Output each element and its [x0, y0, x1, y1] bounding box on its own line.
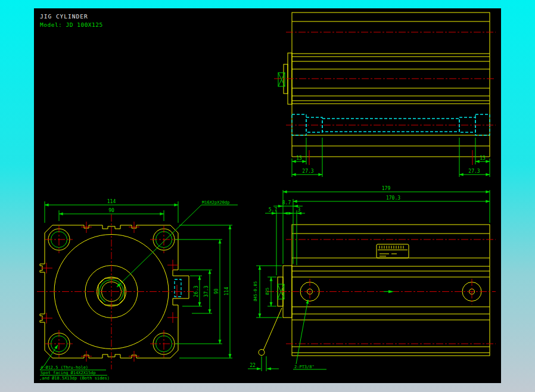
side-symbol-loop — [259, 350, 265, 356]
side-dim-3: 3 — [298, 207, 301, 213]
front-hole-note: 4-Ø12.5 (Thru-hole) Spot facing Ø14X2X15… — [39, 345, 110, 381]
side-view: 179 170.3 8.7 5.7 3 — [248, 186, 496, 371]
side-stroke-arrow — [388, 290, 394, 293]
front-dim-port-h: 26.3 — [194, 285, 199, 297]
front-hidden-port — [175, 279, 181, 297]
desktop-background: JIG CYLINDER Model: JD 100X125 — [0, 0, 535, 392]
front-view: 114 90 26.3 37.3 90 — [37, 199, 238, 381]
front-thread-callout: M16X2pX20dp — [202, 200, 229, 205]
side-dim-57: 5.7 — [269, 207, 278, 213]
drawing-canvas[interactable]: JIG CYLINDER Model: JD 100X125 — [34, 8, 501, 383]
side-nameplate — [377, 244, 409, 258]
front-dim-v-width: 114 — [224, 287, 229, 296]
plan-dim-273-left: 27.3 — [302, 169, 313, 174]
plan-dim-13-left: 13 — [296, 155, 302, 161]
side-top-dimensions: 179 170.3 8.7 5.7 3 — [265, 186, 490, 275]
front-dim-width: 114 — [107, 199, 116, 204]
plan-dim-13-right: 13 — [480, 155, 486, 161]
plan-dimensions: 13 27.3 13 27.3 — [292, 138, 490, 177]
plan-centerlines — [274, 32, 496, 165]
front-note-line1: 4-Ø12.5 (Thru-hole) — [41, 365, 88, 370]
drawing-model: Model: JD 100X125 — [40, 21, 103, 28]
side-dim-87: 8.7 — [282, 200, 291, 206]
side-symbol-leader — [263, 308, 282, 350]
side-dia-boss: Ø45-0.05 — [253, 281, 258, 301]
front-note-line2: Spot facing Ø14X2X15dp — [41, 371, 96, 375]
side-centerlines — [267, 239, 496, 344]
cad-drawing: JIG CYLINDER Model: JD 100X125 — [34, 8, 501, 383]
side-port-leader — [296, 300, 308, 364]
side-dim-rod: 22 — [250, 363, 256, 368]
plan-body-lines — [292, 21, 490, 146]
drawing-title: JIG CYLINDER — [40, 13, 88, 20]
plan-view: 13 27.3 13 27.3 — [274, 13, 496, 177]
side-port-label: 2-PT3/8" — [294, 365, 315, 369]
front-dim-v-bolt: 90 — [214, 288, 219, 294]
front-centerlines — [37, 214, 194, 369]
side-body-lines — [292, 234, 490, 353]
front-note-line3: ,and Ø18.5X13dp (Both sides) — [39, 376, 110, 381]
side-dim-total: 179 — [382, 186, 391, 191]
side-dia-rod: Ø25 — [265, 288, 270, 295]
side-dim-body: 170.3 — [386, 195, 400, 201]
front-dim-boss-h: 37.3 — [204, 285, 209, 297]
plan-dim-273-right: 27.3 — [468, 169, 480, 174]
front-dim-bolt: 90 — [108, 208, 114, 213]
title-block: JIG CYLINDER Model: JD 100X125 — [40, 13, 103, 28]
